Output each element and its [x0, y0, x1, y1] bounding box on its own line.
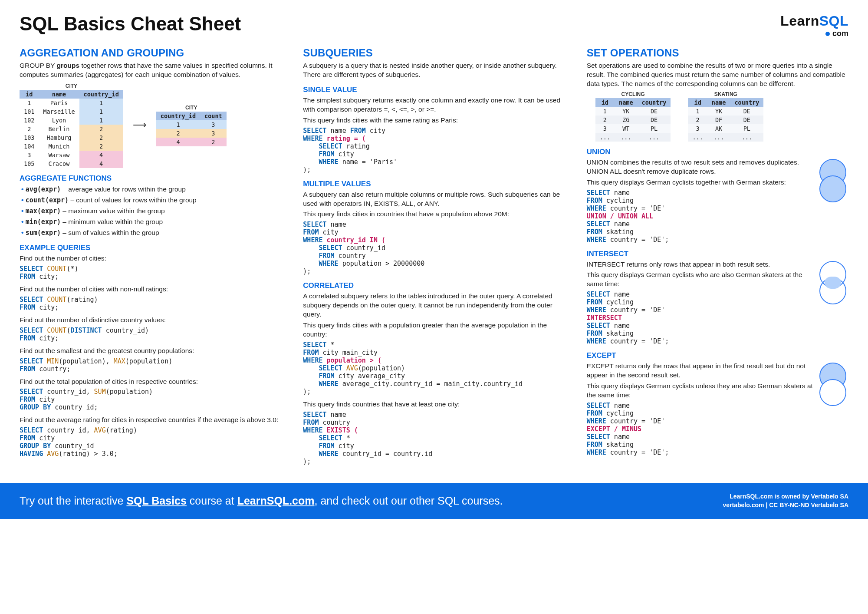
- correlated-code-2: SELECT name FROM country WHERE EXISTS ( …: [303, 411, 565, 465]
- except-code: SELECT name FROM cycling WHERE country =…: [587, 402, 848, 456]
- example-label: Find out the number of cities with non-n…: [20, 285, 281, 294]
- footer-credits: LearnSQL.com is owned by Vertabelo SA ve…: [723, 492, 848, 509]
- heading-union: UNION: [587, 148, 848, 156]
- example-code: SELECT MIN(population), MAX(population) …: [20, 357, 281, 373]
- example-code: SELECT COUNT(rating) FROM city;: [20, 296, 281, 311]
- logo: LearnSQL com: [780, 13, 848, 38]
- correlated-label-2: This query finds countries that have at …: [303, 400, 565, 409]
- subqueries-intro: A subquery is a query that is nested ins…: [303, 61, 565, 79]
- set-operations-intro: Set operations are used to combine the r…: [587, 61, 848, 89]
- single-value-code: SELECT name FROM city WHERE rating = ( S…: [303, 127, 565, 174]
- logo-com: com: [832, 29, 848, 38]
- city-table: CITY idnamecountry_id 1Paris1101Marseill…: [20, 82, 123, 168]
- union-code: SELECT name FROM cycling WHERE country =…: [587, 189, 848, 244]
- intersect-code: SELECT name FROM cycling WHERE country =…: [587, 290, 848, 345]
- except-desc: EXCEPT returns only the rows that appear…: [587, 362, 848, 380]
- example-code: SELECT country_id, AVG(rating) FROM city…: [20, 426, 281, 458]
- multiple-values-desc: A subquery can also return multiple colu…: [303, 190, 565, 208]
- correlated-desc: A correlated subquery refers to the tabl…: [303, 292, 565, 319]
- heading-aggregate-functions: AGGREGATE FUNCTIONS: [20, 174, 281, 183]
- example-label: Find out the number of distinctive count…: [20, 316, 281, 325]
- except-label: This query displays German cyclists unle…: [587, 382, 848, 400]
- venn-intersect-icon: [818, 260, 848, 306]
- city-agg-caption: CITY: [156, 104, 227, 112]
- aggregate-functions-list: avg(expr) – average value for rows withi…: [20, 185, 281, 238]
- example-label: Find out the average rating for cities i…: [20, 416, 281, 425]
- footer-text: Try out the interactive SQL Basics cours…: [20, 495, 503, 507]
- union-label: This query displays German cyclists toge…: [587, 178, 848, 187]
- city-table-caption: CITY: [20, 82, 123, 90]
- example-code: SELECT COUNT(*) FROM city;: [20, 265, 281, 281]
- correlated-label-1: This query finds cities with a populatio…: [303, 321, 565, 339]
- logo-sql: SQL: [819, 13, 848, 29]
- heading-subqueries: SUBQUERIES: [303, 47, 565, 59]
- example-label: Find out the total population of cities …: [20, 377, 281, 386]
- multiple-values-code: SELECT name FROM city WHERE country_id I…: [303, 221, 565, 275]
- heading-aggregation: AGGREGATION AND GROUPING: [20, 47, 281, 59]
- footer: Try out the interactive SQL Basics cours…: [0, 483, 868, 519]
- example-code: SELECT COUNT(DISTINCT country_id) FROM c…: [20, 327, 281, 342]
- example-label: Find out the number of cities:: [20, 254, 281, 263]
- heading-intersect: INTERSECT: [587, 250, 848, 258]
- venn-except-icon: [818, 362, 848, 407]
- union-desc: UNION combines the results of two result…: [587, 158, 848, 176]
- intersect-label: This query displays German cyclists who …: [587, 271, 848, 289]
- logo-learn: Learn: [780, 13, 819, 29]
- logo-dot-icon: [825, 32, 830, 36]
- cycling-table: CYCLING idnamecountry 1YKDE2ZGDE3WTPL...…: [595, 90, 671, 142]
- skating-table: SKATING idnamecountry 1YKDE2DFDE3AKPL...…: [688, 90, 763, 142]
- column-subqueries: SUBQUERIES A subquery is a query that is…: [303, 43, 565, 470]
- column-set-operations: SET OPERATIONS Set operations are used t…: [587, 43, 848, 470]
- heading-correlated: CORRELATED: [303, 281, 565, 290]
- page-title: SQL Basics Cheat Sheet: [20, 13, 241, 35]
- multiple-values-label: This query finds cities in countries tha…: [303, 210, 565, 219]
- example-label: Find out the smallest and the greatest c…: [20, 347, 281, 356]
- heading-single-value: SINGLE VALUE: [303, 86, 565, 94]
- correlated-code-1: SELECT * FROM city main_city WHERE popul…: [303, 341, 565, 396]
- city-agg-table: CITY country_idcount 132342: [156, 104, 227, 146]
- column-aggregation: AGGREGATION AND GROUPING GROUP BY groups…: [20, 43, 281, 470]
- venn-union-icon: [818, 158, 848, 204]
- heading-example-queries: EXAMPLE QUERIES: [20, 244, 281, 252]
- heading-multiple-values: MULTIPLE VALUES: [303, 180, 565, 188]
- single-value-label: This query finds cities with the same ra…: [303, 116, 565, 125]
- single-value-desc: The simplest subquery returns exactly on…: [303, 96, 565, 114]
- example-code: SELECT country_id, SUM(population) FROM …: [20, 388, 281, 411]
- aggregation-intro: GROUP BY groups together rows that have …: [20, 61, 281, 79]
- intersect-desc: INTERSECT returns only rows that appear …: [587, 260, 848, 269]
- arrow-icon: ⟶: [133, 119, 147, 131]
- heading-set-operations: SET OPERATIONS: [587, 47, 848, 59]
- heading-except: EXCEPT: [587, 351, 848, 360]
